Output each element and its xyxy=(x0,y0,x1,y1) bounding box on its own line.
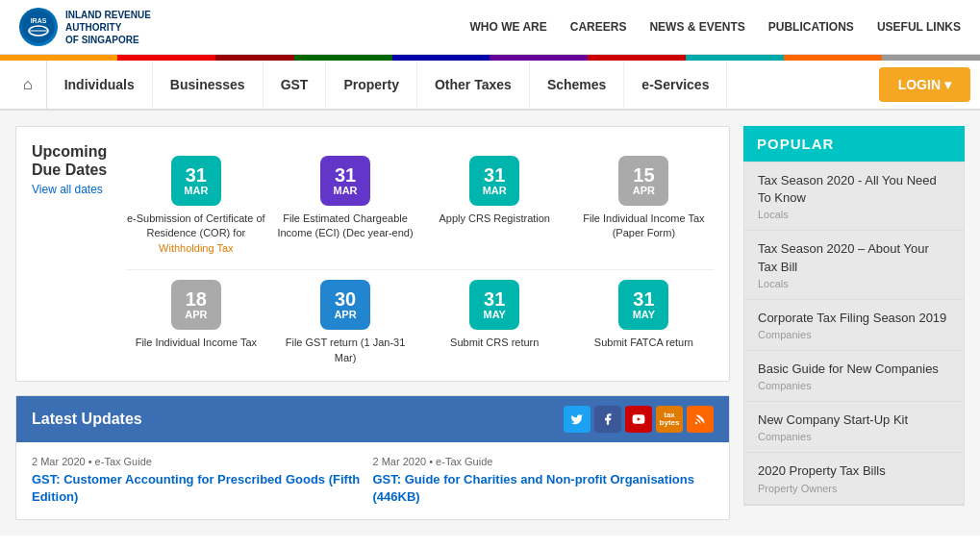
update-item-1: 2 Mar 2020 • e-Tax Guide GST: Customer A… xyxy=(32,456,373,506)
popular-item-cat-3: Companies xyxy=(758,329,950,340)
date-desc-5: File Individual Income Tax xyxy=(136,336,257,350)
individuals-nav[interactable]: Individuals xyxy=(47,62,153,108)
svg-text:IRAS: IRAS xyxy=(31,17,47,24)
svg-point-0 xyxy=(22,11,55,43)
updates-header: Latest Updates taxbytes xyxy=(16,396,729,442)
date-desc-8: Submit FATCA return xyxy=(594,336,693,350)
popular-item-title-5: New Company Start-Up Kit xyxy=(758,412,950,429)
popular-item-cat-1: Locals xyxy=(758,209,950,220)
due-date-item-1: 31 MAR e-Submission of Certificate of Re… xyxy=(126,156,265,256)
popular-item-cat-5: Companies xyxy=(758,431,950,442)
popular-item-6[interactable]: 2020 Property Tax Bills Property Owners xyxy=(744,453,964,504)
who-we-are-link[interactable]: WHO WE ARE xyxy=(470,20,547,34)
popular-item-title-3: Corporate Tax Filing Season 2019 xyxy=(758,310,950,327)
due-dates-box: UpcomingDue Dates View all dates 31 MAR … xyxy=(15,126,730,382)
useful-links-link[interactable]: USEFUL LINKS xyxy=(877,20,961,34)
date-desc-1: e-Submission of Certificate of Residence… xyxy=(126,212,265,256)
latest-updates-section: Latest Updates taxbytes xyxy=(15,395,730,520)
popular-item-3[interactable]: Corporate Tax Filing Season 2019 Compani… xyxy=(744,300,964,351)
property-nav[interactable]: Property xyxy=(326,62,417,108)
due-date-item-3: 31 MAR Apply CRS Registration xyxy=(425,156,565,256)
popular-header: POPULAR xyxy=(743,126,965,162)
rss-icon[interactable] xyxy=(687,406,714,433)
date-badge-3: 31 MAR xyxy=(469,156,519,206)
other-taxes-nav[interactable]: Other Taxes xyxy=(417,62,530,108)
iras-logo-icon: IRAS xyxy=(19,8,58,46)
date-badge-7: 31 MAY xyxy=(469,280,519,330)
view-all-dates-link[interactable]: View all dates xyxy=(32,183,107,196)
logo-text: INLAND REVENUE AUTHORITY OF SINGAPORE xyxy=(65,9,151,46)
careers-link[interactable]: CAREERS xyxy=(570,20,627,34)
popular-item-title-2: Tax Season 2020 – About Your Tax Bill xyxy=(758,240,950,275)
top-navigation: WHO WE ARE CAREERS NEWS & EVENTS PUBLICA… xyxy=(470,20,962,34)
gst-nav[interactable]: GST xyxy=(264,62,327,108)
popular-item-cat-4: Companies xyxy=(758,380,950,391)
date-badge-2: 31 MAR xyxy=(320,156,370,206)
schemes-nav[interactable]: Schemes xyxy=(530,62,624,108)
date-desc-6: File GST return (1 Jan-31 Mar) xyxy=(275,336,415,365)
taxbytes-icon[interactable]: taxbytes xyxy=(656,406,683,433)
eservices-nav[interactable]: e-Services xyxy=(624,62,727,108)
update-meta-2: 2 Mar 2020 • e-Tax Guide xyxy=(373,456,705,467)
due-dates-title: UpcomingDue Dates xyxy=(32,142,107,179)
popular-item-cat-6: Property Owners xyxy=(758,483,950,494)
popular-item-2[interactable]: Tax Season 2020 – About Your Tax Bill Lo… xyxy=(744,231,964,299)
right-panel: POPULAR Tax Season 2020 - All You Need T… xyxy=(743,126,965,520)
update-meta-1: 2 Mar 2020 • e-Tax Guide xyxy=(32,456,364,467)
updates-title: Latest Updates xyxy=(32,411,142,428)
due-date-item-6: 30 APR File GST return (1 Jan-31 Mar) xyxy=(275,280,415,365)
main-content: UpcomingDue Dates View all dates 31 MAR … xyxy=(0,111,980,536)
due-date-item-2: 31 MAR File Estimated Chargeable Income … xyxy=(275,156,415,256)
date-badge-1: 31 MAR xyxy=(171,156,221,206)
main-navigation: ⌂ Individuals Businesses GST Property Ot… xyxy=(0,61,980,111)
popular-item-title-1: Tax Season 2020 - All You Need To Know xyxy=(758,172,950,207)
popular-item-5[interactable]: New Company Start-Up Kit Companies xyxy=(744,402,964,453)
login-button[interactable]: LOGIN ▾ xyxy=(879,67,970,102)
updates-body: 2 Mar 2020 • e-Tax Guide GST: Customer A… xyxy=(16,442,729,519)
date-desc-4: File Individual Income Tax (Paper Form) xyxy=(574,212,714,241)
facebook-icon[interactable] xyxy=(594,406,621,433)
due-date-item-5: 18 APR File Individual Income Tax xyxy=(126,280,265,365)
publications-link[interactable]: PUBLICATIONS xyxy=(768,20,854,34)
youtube-icon[interactable] xyxy=(625,406,652,433)
social-icons: taxbytes xyxy=(564,406,714,433)
news-events-link[interactable]: NEWS & EVENTS xyxy=(649,20,744,34)
popular-item-title-4: Basic Guide for New Companies xyxy=(758,361,950,378)
date-desc-7: Submit CRS return xyxy=(450,336,539,350)
date-desc-2: File Estimated Chargeable Income (ECI) (… xyxy=(275,212,415,241)
due-date-item-4: 15 APR File Individual Income Tax (Paper… xyxy=(574,156,714,256)
businesses-nav[interactable]: Businesses xyxy=(153,62,264,108)
top-header: IRAS INLAND REVENUE AUTHORITY OF SINGAPO… xyxy=(0,0,980,55)
update-item-2: 2 Mar 2020 • e-Tax Guide GST: Guide for … xyxy=(373,456,715,506)
due-date-item-8: 31 MAY Submit FATCA return xyxy=(574,280,714,365)
popular-item-title-6: 2020 Property Tax Bills xyxy=(758,462,950,480)
logo-area: IRAS INLAND REVENUE AUTHORITY OF SINGAPO… xyxy=(19,8,151,46)
due-dates-row2: 18 APR File Individual Income Tax 30 APR xyxy=(126,269,714,365)
due-dates-row1: 31 MAR e-Submission of Certificate of Re… xyxy=(126,156,714,256)
due-date-item-7: 31 MAY Submit CRS return xyxy=(425,280,565,365)
popular-list: Tax Season 2020 - All You Need To Know L… xyxy=(743,162,965,506)
popular-item-1[interactable]: Tax Season 2020 - All You Need To Know L… xyxy=(744,162,964,231)
date-badge-6: 30 APR xyxy=(320,280,370,330)
date-badge-5: 18 APR xyxy=(171,280,221,330)
left-panel: UpcomingDue Dates View all dates 31 MAR … xyxy=(15,126,730,520)
twitter-icon[interactable] xyxy=(564,406,591,433)
date-badge-8: 31 MAY xyxy=(618,280,668,330)
popular-item-cat-2: Locals xyxy=(758,278,950,289)
update-link-2[interactable]: GST: Guide for Charities and Non-profit … xyxy=(373,471,705,506)
popular-item-4[interactable]: Basic Guide for New Companies Companies xyxy=(744,351,964,402)
update-link-1[interactable]: GST: Customer Accounting for Prescribed … xyxy=(32,471,364,506)
date-badge-4: 15 APR xyxy=(618,156,668,206)
date-desc-3: Apply CRS Registration xyxy=(439,212,550,226)
svg-point-5 xyxy=(695,422,697,424)
home-button[interactable]: ⌂ xyxy=(10,61,47,109)
